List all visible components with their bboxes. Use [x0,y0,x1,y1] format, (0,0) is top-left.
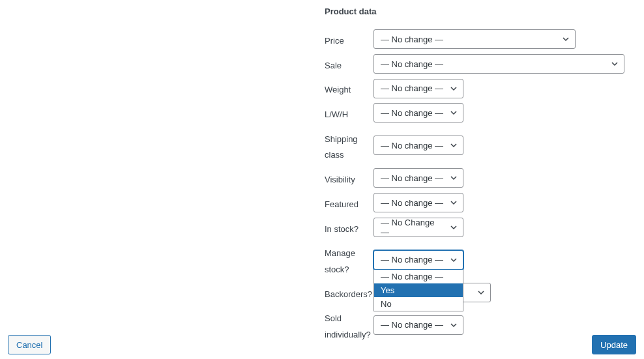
chevron-down-icon [450,223,458,231]
price-select[interactable]: — No change — [373,29,576,49]
manage-stock-label: Manage stock? [325,242,373,278]
sale-select[interactable]: — No change — [373,54,624,74]
shipping-class-select[interactable]: — No change — [373,136,463,155]
field-weight: Weight — No change — [325,78,634,98]
chevron-down-icon [450,321,458,329]
footer-buttons: Cancel Update [8,335,636,354]
chevron-down-icon [450,85,458,93]
chevron-down-icon [562,35,570,43]
lwh-select[interactable]: — No change — [373,103,463,122]
lwh-value: — No change — [381,108,443,118]
shipping-class-label: Shipping class [325,128,373,164]
field-featured: Featured — No change — [325,193,634,213]
chevron-down-icon [450,174,458,182]
section-title: Product data [325,7,634,16]
in-stock-label: In stock? [325,218,373,238]
weight-value: — No change — [381,83,443,93]
manage-stock-option-no[interactable]: No [374,297,463,311]
in-stock-select[interactable]: — No Change — [373,218,463,237]
field-in-stock: In stock? — No Change — [325,218,634,238]
manage-stock-select[interactable]: — No change — [373,250,463,270]
price-value: — No change — [381,35,443,44]
chevron-down-icon [450,199,458,207]
field-backorders: Backorders? [325,283,634,303]
update-button[interactable]: Update [592,335,636,354]
field-lwh: L/W/H — No change — [325,103,634,123]
in-stock-value: — No Change — [381,218,445,237]
sale-value: — No change — [381,59,443,69]
sold-individually-select[interactable]: — No change — [373,315,463,335]
backorders-label: Backorders? [325,283,373,303]
weight-select[interactable]: — No change — [373,79,463,98]
field-sale: Sale — No change — [325,54,634,74]
visibility-label: Visibility [325,168,373,188]
featured-select[interactable]: — No change — [373,193,463,212]
chevron-down-icon [450,256,458,264]
cancel-button[interactable]: Cancel [8,335,51,354]
manage-stock-dropdown: — No change — Yes No [373,270,463,311]
lwh-label: L/W/H [325,103,373,123]
featured-value: — No change — [381,198,443,208]
field-visibility: Visibility — No change — [325,168,634,188]
visibility-value: — No change — [381,173,443,183]
price-label: Price [325,29,373,50]
manage-stock-option-nochange[interactable]: — No change — [374,270,463,283]
featured-label: Featured [325,193,373,213]
chevron-down-icon [611,60,619,68]
manage-stock-option-yes[interactable]: Yes [374,283,463,297]
field-price: Price — No change — [325,29,634,50]
sold-individually-value: — No change — [381,320,443,330]
chevron-down-icon [450,141,458,149]
shipping-class-value: — No change — [381,141,443,151]
sale-label: Sale [325,54,373,74]
manage-stock-value: — No change — [381,255,443,265]
visibility-select[interactable]: — No change — [373,168,463,188]
field-manage-stock: Manage stock? — No change — — No change … [325,242,634,278]
product-data-section: Product data Price — No change — Sale — … [325,7,634,348]
weight-label: Weight [325,78,373,98]
chevron-down-icon [477,289,485,296]
field-shipping-class: Shipping class — No change — [325,128,634,164]
chevron-down-icon [450,109,458,117]
